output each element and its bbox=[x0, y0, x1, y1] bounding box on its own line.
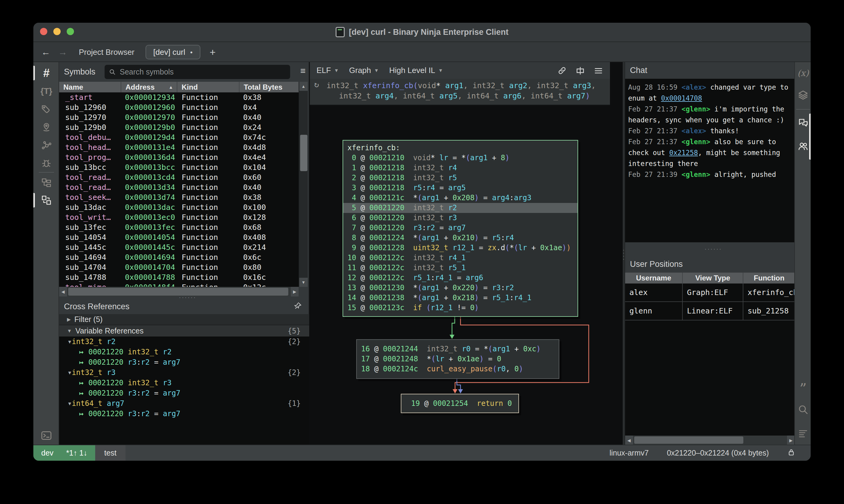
scroll-left-icon[interactable]: ◀ bbox=[59, 287, 67, 296]
users-icon[interactable] bbox=[797, 140, 809, 152]
code-line[interactable]: 10 @ 0002122c int32_t r4_1 bbox=[343, 253, 578, 263]
xref-item[interactable]: ↦00021220 int32_t r3 bbox=[59, 378, 309, 388]
log-lines-icon[interactable] bbox=[797, 427, 809, 440]
table-row[interactable]: sub_1445c0x00001445cFunction0x214 bbox=[59, 242, 299, 252]
basic-block-true-branch[interactable]: 16 @ 00021244 int32_t r0 = *(arg1 + 0xc)… bbox=[356, 339, 559, 379]
panel-splitter-handle[interactable]: ······ bbox=[179, 296, 196, 298]
graph-canvas[interactable]: xferinfo_cb: 0 @ 00021210 void* lr = *(a… bbox=[310, 62, 623, 445]
tab-dev-curl[interactable]: [dev] curl ● bbox=[145, 45, 201, 59]
scrollbar-thumb[interactable] bbox=[300, 135, 307, 171]
xrefs-variable-references-row[interactable]: ▼ Variable References {5} bbox=[59, 325, 309, 337]
code-line[interactable]: 1 @ 00021218 int32_t r4 bbox=[343, 163, 578, 173]
table-row[interactable]: tool_mime…0x0000148f4Function0x12c bbox=[59, 282, 299, 287]
table-row[interactable]: tool_head…0x0000131e4Function0x4d8 bbox=[59, 142, 299, 152]
column-header-address[interactable]: Address ▲ bbox=[121, 82, 177, 92]
forward-arrow-icon[interactable]: → bbox=[58, 47, 67, 57]
code-line[interactable]: 7 @ 00021220 r3:r2 = arg7 bbox=[343, 223, 578, 233]
refresh-icon[interactable]: ↻ bbox=[314, 79, 319, 90]
code-line[interactable]: 6 @ 00021220 int32_t r3 bbox=[343, 213, 578, 223]
table-row[interactable]: alexGraph:ELFxferinfo_cb bbox=[625, 284, 795, 302]
table-row[interactable]: tool_writ…0x000013ec0Function0x128 bbox=[59, 212, 299, 222]
code-line[interactable]: 18 @ 0002124c curl_easy_pause(r0, 0) bbox=[357, 364, 559, 374]
table-row[interactable]: sub_140540x000014054Function0x408 bbox=[59, 232, 299, 242]
right-panel-horizontal-scrollbar[interactable]: ◀ ▶ bbox=[625, 435, 795, 445]
code-line[interactable]: 3 @ 00021218 r5:r4 = arg5 bbox=[343, 183, 578, 193]
column-header-username[interactable]: Username bbox=[625, 273, 683, 284]
tag-icon[interactable] bbox=[40, 103, 53, 116]
code-line[interactable]: 4 @ 0002121c *(arg1 + 0x208) = arg4:arg3 bbox=[343, 193, 578, 203]
scrollbar-thumb[interactable] bbox=[68, 288, 288, 295]
view-type-selector[interactable]: Graph▼ bbox=[349, 66, 379, 75]
code-line[interactable]: 16 @ 00021244 int32_t r0 = *(arg1 + 0xc) bbox=[357, 344, 559, 354]
code-line[interactable]: 9 @ 00021228 uint32_t r12_1 = zx.d(*(lr … bbox=[343, 243, 578, 253]
table-row[interactable]: sub_129700x000012970Function0x40 bbox=[59, 112, 299, 122]
table-row[interactable]: tool_read…0x000013cd4Function0x60 bbox=[59, 172, 299, 182]
new-tab-button[interactable]: + bbox=[209, 46, 216, 58]
code-line[interactable]: 14 @ 00021238 *(arg1 + 0x218) = r5_1:r4_… bbox=[343, 293, 578, 303]
symbols-search[interactable] bbox=[105, 65, 290, 79]
table-row[interactable]: sub_147040x000014704Function0x80 bbox=[59, 262, 299, 272]
table-row[interactable]: sub_129b00x0000129b0Function0x24 bbox=[59, 122, 299, 132]
branch-tab-dev[interactable]: dev *1↑ 1↓ bbox=[33, 445, 95, 461]
scroll-left-icon[interactable]: ◀ bbox=[625, 435, 633, 445]
basic-block-entry[interactable]: xferinfo_cb: 0 @ 00021210 void* lr = *(a… bbox=[343, 140, 578, 317]
code-line[interactable]: 12 @ 0002122c r5_1:r4_1 = arg6 bbox=[343, 273, 578, 283]
map-pin-icon[interactable] bbox=[40, 121, 53, 134]
column-header-name[interactable]: Name bbox=[59, 82, 121, 92]
table-row[interactable]: sub_129600x000012960Function0x4 bbox=[59, 102, 299, 112]
symbols-hash-icon[interactable]: # bbox=[40, 67, 53, 79]
table-row[interactable]: sub_13bcc0x000013bccFunction0x104 bbox=[59, 162, 299, 172]
chat-bubbles-icon[interactable] bbox=[797, 116, 809, 129]
menu-icon[interactable] bbox=[593, 66, 603, 75]
xref-variable-group[interactable]: ▼int32_t r2{2} bbox=[59, 337, 309, 347]
panel-splitter-handle[interactable]: ······ bbox=[705, 248, 722, 250]
chat-log[interactable]: Aug 28 16:59 <alex> changed var type to … bbox=[625, 79, 795, 242]
table-row[interactable]: _start0x000012934Function0x38 bbox=[59, 92, 299, 102]
xref-variable-group[interactable]: ▼int32_t r3{2} bbox=[59, 367, 309, 378]
table-row[interactable]: tool_prog…0x0000136d4Function0x4e4 bbox=[59, 152, 299, 162]
symbols-menu-icon[interactable]: ≡ bbox=[300, 66, 306, 76]
code-line[interactable]: 0 @ 00021210 void* lr = *(arg1 + 8) bbox=[343, 153, 578, 163]
split-view-icon[interactable] bbox=[575, 66, 585, 75]
column-header-function[interactable]: Function bbox=[743, 273, 795, 284]
scroll-up-icon[interactable]: ▲ bbox=[299, 82, 308, 91]
lock-icon[interactable] bbox=[787, 448, 795, 458]
code-line[interactable]: 17 @ 00021248 *(lr + 0x1ae) = 0 bbox=[357, 354, 559, 364]
column-header-total-bytes[interactable]: Total Bytes bbox=[240, 82, 299, 92]
xref-variable-group[interactable]: ▼int64_t arg7{1} bbox=[59, 398, 309, 409]
types-braces-icon[interactable]: {T} bbox=[40, 85, 53, 97]
il-selector[interactable]: High Level IL▼ bbox=[389, 66, 443, 75]
table-row[interactable]: sub_147880x000014788Function0x16c bbox=[59, 272, 299, 282]
symbols-vertical-scrollbar[interactable]: ▲ ▼ bbox=[299, 82, 308, 287]
column-header-kind[interactable]: Kind bbox=[177, 82, 240, 92]
table-row[interactable]: tool_read…0x000013d34Function0x40 bbox=[59, 182, 299, 192]
variables-x-icon[interactable]: (x) bbox=[797, 67, 809, 79]
scroll-right-icon[interactable]: ▶ bbox=[291, 287, 299, 296]
address-link[interactable]: 0x21258 bbox=[669, 149, 698, 157]
column-header-view-type[interactable]: View Type bbox=[683, 273, 743, 284]
code-line[interactable]: 13 @ 00021230 *(arg1 + 0x220) = r3:r2 bbox=[343, 283, 578, 293]
mini-graph-icon[interactable] bbox=[40, 177, 53, 189]
code-line[interactable]: 15 @ 0002123c if (r12_1 != 0) bbox=[343, 303, 578, 313]
branch-tab-test[interactable]: test bbox=[95, 445, 125, 461]
address-link[interactable]: 0x00014708 bbox=[661, 94, 702, 102]
table-row[interactable]: sub_13fec0x000013fecFunction0x68 bbox=[59, 222, 299, 232]
graph-molecule-icon[interactable] bbox=[40, 139, 53, 152]
xref-item[interactable]: ↦00021220 r3:r2 = arg7 bbox=[59, 357, 309, 367]
basic-block-return[interactable]: 19 @ 00021254 return 0 bbox=[401, 394, 519, 413]
layers-icon[interactable] bbox=[797, 89, 809, 102]
quotes-icon[interactable]: ” bbox=[797, 379, 809, 392]
terminal-icon[interactable] bbox=[40, 429, 53, 442]
code-line[interactable]: 8 @ 00021224 *(arg1 + 0x210) = r5:r4 bbox=[343, 233, 578, 243]
xrefs-filter-row[interactable]: ▶ Filter (5) bbox=[59, 314, 309, 325]
find-magnifier-icon[interactable] bbox=[797, 403, 809, 416]
table-row[interactable]: tool_debu…0x0000129d4Function0x74c bbox=[59, 132, 299, 142]
xref-item[interactable]: ↦00021220 r3:r2 = arg7 bbox=[59, 409, 309, 419]
code-line[interactable]: 11 @ 0002122c int32_t r5_1 bbox=[343, 263, 578, 273]
scroll-down-icon[interactable]: ▼ bbox=[299, 278, 308, 287]
tab-project-browser[interactable]: Project Browser bbox=[79, 48, 135, 57]
table-row[interactable]: sub_146940x000014694Function0x6c bbox=[59, 252, 299, 262]
table-row[interactable]: sub_13dac0x000013dacFunction0x100 bbox=[59, 202, 299, 212]
code-line[interactable]: 2 @ 00021218 int32_t r5 bbox=[343, 173, 578, 183]
table-row[interactable]: tool_seek…0x000013d74Function0x38 bbox=[59, 192, 299, 202]
